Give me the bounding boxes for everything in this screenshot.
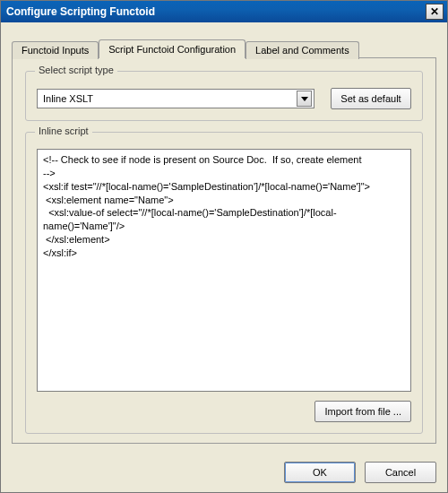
inline-script-textarea[interactable]: <!-- Check to see if node is present on … — [37, 149, 411, 392]
close-button[interactable]: ✕ — [426, 4, 444, 20]
script-type-legend: Select script type — [35, 65, 117, 75]
close-icon: ✕ — [430, 5, 439, 18]
script-type-group: Select script type Inline XSLT Set as de… — [25, 71, 423, 121]
client-area: Functoid Inputs Script Functoid Configur… — [1, 22, 447, 453]
dialog-window: Configure Scripting Functoid ✕ Functoid … — [0, 0, 448, 493]
dropdown-button[interactable] — [297, 91, 312, 107]
ok-button[interactable]: OK — [284, 462, 356, 483]
tab-panel: Select script type Inline XSLT Set as de… — [12, 57, 436, 444]
tab-strip: Functoid Inputs Script Functoid Configur… — [12, 39, 436, 57]
cancel-button[interactable]: Cancel — [365, 462, 436, 483]
inline-script-legend: Inline script — [35, 125, 92, 136]
set-default-button[interactable]: Set as default — [331, 88, 411, 109]
svg-marker-0 — [301, 97, 308, 101]
tab-label-comments[interactable]: Label and Comments — [246, 41, 359, 59]
chevron-down-icon — [301, 93, 308, 104]
title-bar: Configure Scripting Functoid ✕ — [1, 1, 447, 22]
tab-functoid-inputs[interactable]: Functoid Inputs — [12, 41, 99, 59]
import-from-file-button[interactable]: Import from file ... — [314, 401, 411, 422]
window-title: Configure Scripting Functoid — [6, 5, 155, 18]
script-type-select[interactable]: Inline XSLT — [37, 89, 314, 108]
tab-script-config[interactable]: Script Functoid Configuration — [99, 39, 246, 58]
dialog-footer: OK Cancel — [1, 453, 447, 492]
inline-script-group: Inline script <!-- Check to see if node … — [25, 132, 423, 434]
script-type-value: Inline XSLT — [43, 93, 93, 104]
